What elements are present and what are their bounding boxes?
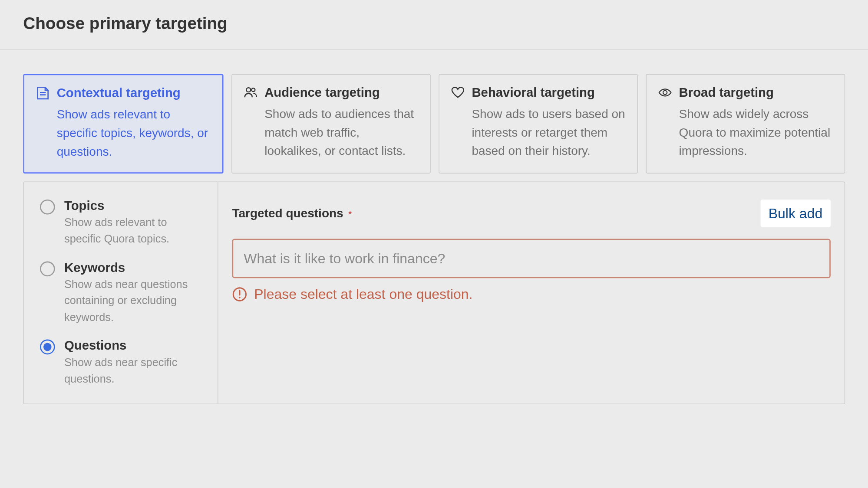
radio-option-keywords[interactable]: Keywords Show ads near questions contain… xyxy=(40,260,205,325)
card-header: Audience targeting xyxy=(244,85,419,100)
radio-content: Questions Show ads near specific questio… xyxy=(64,338,205,387)
sidebar-options: Topics Show ads relevant to specific Quo… xyxy=(24,182,218,404)
card-header: Broad targeting xyxy=(658,85,833,100)
card-desc: Show ads to audiences that match web tra… xyxy=(244,105,419,160)
targeting-card-audience[interactable]: Audience targeting Show ads to audiences… xyxy=(231,74,431,174)
error-row: Please select at least one question. xyxy=(232,286,831,302)
card-desc: Show ads widely across Quora to maximize… xyxy=(658,105,833,160)
card-header: Behavioral targeting xyxy=(451,85,626,100)
targeting-card-behavioral[interactable]: Behavioral targeting Show ads to users b… xyxy=(439,74,638,174)
svg-point-7 xyxy=(239,296,241,298)
card-title: Contextual targeting xyxy=(57,85,181,101)
radio-title: Keywords xyxy=(64,260,205,275)
page-header: Choose primary targeting xyxy=(0,0,868,50)
field-header: Targeted questions * Bulk add xyxy=(232,200,831,227)
field-label-wrap: Targeted questions * xyxy=(232,206,352,220)
radio-option-topics[interactable]: Topics Show ads relevant to specific Quo… xyxy=(40,198,205,247)
required-indicator: * xyxy=(348,209,352,219)
radio-circle xyxy=(40,340,55,355)
eye-icon xyxy=(658,85,672,99)
warning-icon xyxy=(232,287,248,302)
bulk-add-button[interactable]: Bulk add xyxy=(760,200,831,227)
lower-panel: Topics Show ads relevant to specific Quo… xyxy=(23,181,845,404)
heart-icon xyxy=(451,85,465,99)
svg-point-3 xyxy=(251,88,255,92)
radio-circle xyxy=(40,200,55,215)
radio-desc: Show ads near questions containing or ex… xyxy=(64,276,205,326)
error-message: Please select at least one question. xyxy=(254,286,472,302)
radio-title: Topics xyxy=(64,198,205,213)
card-title: Broad targeting xyxy=(679,85,774,100)
page-title: Choose primary targeting xyxy=(23,14,845,33)
main-panel: Targeted questions * Bulk add Pleas xyxy=(218,182,845,404)
targeted-questions-input[interactable] xyxy=(232,239,831,278)
document-icon xyxy=(36,86,50,100)
card-desc: Show ads to users based on interests or … xyxy=(451,105,626,160)
radio-desc: Show ads relevant to specific Quora topi… xyxy=(64,214,205,247)
card-desc: Show ads relevant to specific topics, ke… xyxy=(36,105,211,161)
radio-circle xyxy=(40,261,55,276)
radio-title: Questions xyxy=(64,338,205,354)
card-header: Contextual targeting xyxy=(36,85,211,101)
targeting-card-broad[interactable]: Broad targeting Show ads widely across Q… xyxy=(646,74,845,174)
svg-point-4 xyxy=(663,91,667,95)
targeting-card-contextual[interactable]: Contextual targeting Show ads relevant t… xyxy=(23,74,223,174)
card-title: Audience targeting xyxy=(264,85,380,100)
targeting-cards-row: Contextual targeting Show ads relevant t… xyxy=(23,74,845,174)
people-icon xyxy=(244,85,257,99)
content-area: Contextual targeting Show ads relevant t… xyxy=(0,50,868,429)
card-title: Behavioral targeting xyxy=(472,85,595,100)
svg-point-2 xyxy=(246,88,251,92)
field-label: Targeted questions xyxy=(232,206,343,220)
radio-content: Topics Show ads relevant to specific Quo… xyxy=(64,198,205,247)
radio-content: Keywords Show ads near questions contain… xyxy=(64,260,205,325)
radio-option-questions[interactable]: Questions Show ads near specific questio… xyxy=(40,338,205,387)
radio-desc: Show ads near specific questions. xyxy=(64,354,205,387)
